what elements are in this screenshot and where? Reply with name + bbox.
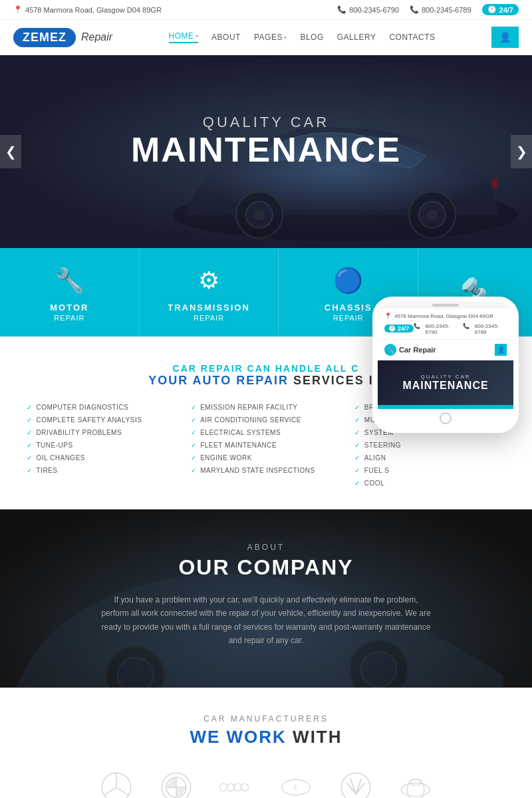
nav-about[interactable]: ABOUT [211,33,241,42]
about-subtitle: ABOUT [27,543,505,552]
brand-volkswagen [336,767,376,798]
mercedes-logo [100,771,133,798]
hero-content: QUALITY CAR MAINTENANCE [131,114,401,169]
phone1: 📞 800-2345-6790 [337,5,399,14]
brand-logos: L [27,767,505,798]
phone-icon2: 📞 [463,323,469,335]
phone-top-info: 📍 4578 Marmora Road, Glasgow D04 89GR 🕐 … [378,309,513,340]
audi-logo [219,771,253,798]
list-item: ✓OIL CHANGES [27,452,178,464]
phone-mockup: 📍 4578 Marmora Road, Glasgow D04 89GR 🕐 … [372,297,519,433]
transmission-icon: ⚙ [146,267,272,295]
hero-title: MAINTENANCE [131,131,401,169]
phone-home-circle [440,412,452,424]
chassis-icon: 🔵 [285,267,411,295]
phone-hero-sub: QUALITY CAR [384,374,507,380]
svg-point-18 [241,783,249,791]
brand-bmw [156,767,196,798]
logo-brand: ZEMEZ [13,28,76,47]
check-icon: ✓ [191,467,197,474]
main-nav: HOME ▾ ABOUT PAGES ▾ BLOG GALLERY CONTAC… [169,31,436,43]
phone2: 📞 800-2345-6789 [410,5,471,14]
phone-notch [378,302,513,309]
check-icon: ✓ [354,467,360,474]
list-item: ✓AIR CONDITIONING SERVICE [191,414,342,426]
list-item: ✓FUEL S [354,464,505,477]
brand-lexus: L [276,767,316,798]
phone-notch-bar [432,304,459,307]
service-title-transmission: TRANSMISSION [146,303,272,313]
bmw-logo [160,771,193,798]
manufacturers-subtitle: CAR MANUFACTURERS [27,714,505,724]
top-bar-contacts: 📞 800-2345-6790 📞 800-2345-6789 🕐 24/7 [337,4,519,15]
about-title: OUR COMPANY [27,555,505,580]
phone-icon1: 📞 [337,5,346,14]
list-item: ✓COMPUTER DIAGNOSTICS [27,401,178,414]
phone-logo-text: Car Repair [399,346,436,354]
hero-next-button[interactable]: ❯ [511,135,532,168]
phone-logo-icon: 🔧 [384,344,396,356]
svg-text:L: L [293,783,298,791]
check-icon: ✓ [191,416,197,424]
about-description: If you have a problem with your car, we'… [100,593,432,648]
top-bar-address: 📍 4578 Marmora Road, Glasgow D04 89GR [13,5,162,14]
phone-hero: QUALITY CAR MAINTENANCE [378,360,513,405]
check-icon: ✓ [191,442,197,449]
chevron-down-icon: ▾ [196,33,199,39]
list-item: ✓STEERING [354,439,505,452]
nav-pages[interactable]: PAGES ▾ [254,33,287,42]
about-section: ABOUT OUR COMPANY If you have a problem … [0,509,532,688]
check-icon: ✓ [354,429,360,436]
phone-clock-icon: 🕐 [388,325,396,332]
service-box-transmission[interactable]: ⚙ TRANSMISSION REPAIR [140,248,279,336]
manufacturers-title-blue: WE WORK [190,727,286,747]
lexus-logo: L [279,771,313,798]
phone-numbers: 📞 800-2345-6790 📞 800-2345-6789 [414,323,507,335]
list-item: ✓COMPLETE SAFETY ANALYSIS [27,414,178,426]
service-sub-motor: REPAIR [7,314,132,322]
check-icon: ✓ [354,479,360,487]
auto-repair-section: CAR REPAIR CAN HANDLE ALL C YOUR AUTO RE… [0,336,532,509]
phone-hero-title: MAINTENANCE [384,380,507,392]
list-item: ✓ELECTRICAL SYSTEMS [191,426,342,439]
services-col-2: ✓EMISSION REPAIR FACILITY ✓AIR CONDITION… [191,401,342,489]
check-icon: ✓ [191,404,197,411]
list-item: ✓ALIGN [354,452,505,464]
service-box-motor[interactable]: 🔧 MOTOR REPAIR [0,248,140,336]
top-bar: 📍 4578 Marmora Road, Glasgow D04 89GR 📞 … [0,0,532,20]
manufacturers-title-dark: WITH [293,727,342,747]
phone-badge-247: 🕐 24/7 [384,325,414,332]
car-repair-highlight: CAR REPAIR [173,363,243,374]
brand-mercedes [96,767,136,798]
check-icon: ✓ [27,467,33,474]
site-header: ZEMEZ Repair HOME ▾ ABOUT PAGES ▾ BLOG G… [0,20,532,55]
motor-icon: 🔧 [7,267,132,295]
nav-blog[interactable]: BLOG [300,33,323,42]
check-icon: ✓ [354,442,360,449]
check-icon: ✓ [354,416,360,424]
clock-icon: 🕐 [487,5,497,14]
phone-icon2: 📞 [410,5,419,14]
svg-point-24 [410,779,421,785]
svg-point-9 [118,658,154,688]
hero-prev-button[interactable]: ❮ [0,135,21,168]
list-item: ✓MARYLAND STATE INSPECTIONS [191,464,342,477]
user-button[interactable]: 👤 [491,27,519,48]
logo: ZEMEZ Repair [13,28,112,47]
badge-247: 🕐 24/7 [482,4,519,15]
service-title-motor: MOTOR [7,303,132,313]
chevron-down-icon: ▾ [284,35,287,41]
list-item: ✓DRIVABILITY PROBLEMS [27,426,178,439]
check-icon: ✓ [27,442,33,449]
nav-home[interactable]: HOME ▾ [169,31,199,43]
nav-gallery[interactable]: GALLERY [337,33,376,42]
list-item: ✓FLEET MAINTENANCE [191,439,342,452]
check-icon: ✓ [354,454,360,462]
hero-section: QUALITY CAR MAINTENANCE ❮ ❯ [0,55,532,248]
list-item: ✓COOL [354,477,505,489]
list-item: ✓EMISSION REPAIR FACILITY [191,401,342,414]
nav-contacts[interactable]: CONTACTS [389,33,435,42]
hero-subtitle: QUALITY CAR [131,114,401,131]
svg-point-15 [220,783,227,791]
phone-home-button [378,409,513,428]
